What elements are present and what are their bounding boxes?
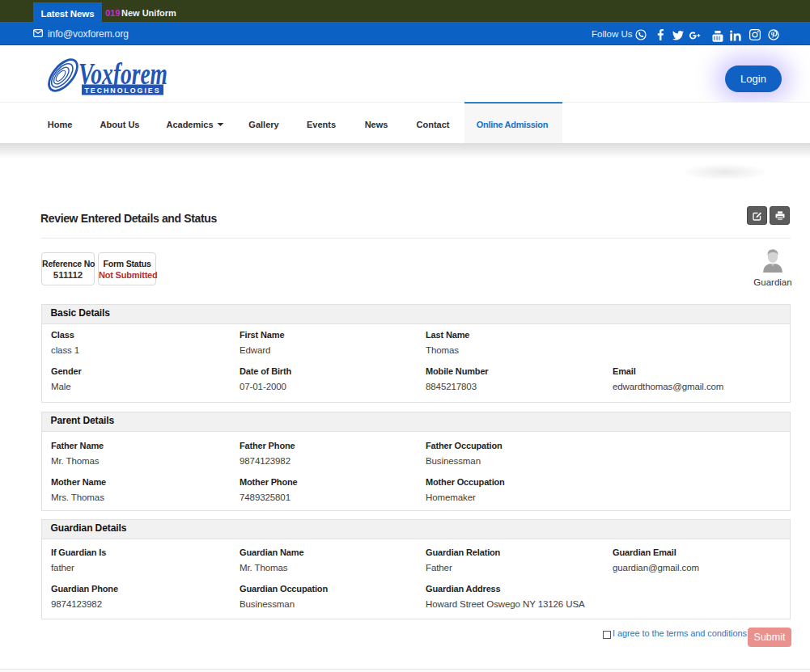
- svg-text:TECHNOLOGIES: TECHNOLOGIES: [85, 87, 161, 95]
